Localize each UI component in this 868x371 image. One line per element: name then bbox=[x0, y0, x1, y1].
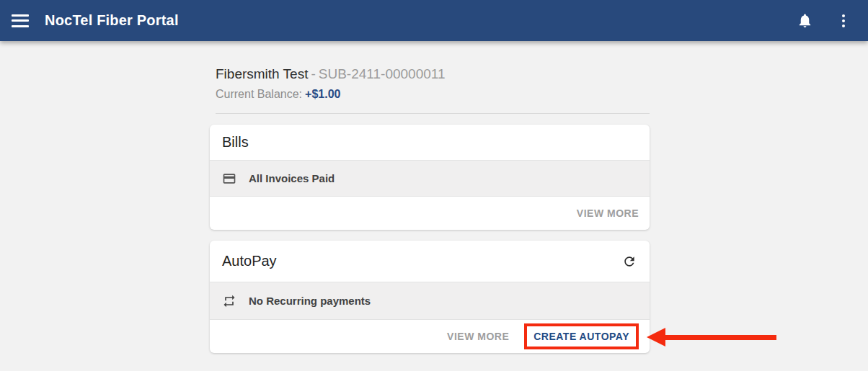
subscription-id: SUB-2411-00000011 bbox=[319, 66, 446, 81]
autopay-status-row: No Recurring payments bbox=[210, 282, 650, 320]
main-content: Fibersmith Test-SUB-2411-00000011 Curren… bbox=[210, 66, 650, 353]
bills-card: Bills All Invoices Paid VIEW MORE bbox=[210, 125, 650, 230]
create-autopay-button[interactable]: CREATE AUTOPAY bbox=[533, 331, 629, 342]
bills-card-footer: VIEW MORE bbox=[210, 197, 650, 230]
notifications-button[interactable] bbox=[797, 12, 813, 29]
balance-label: Current Balance: bbox=[216, 88, 302, 100]
account-name: Fibersmith Test bbox=[216, 66, 308, 81]
arrow-line bbox=[664, 335, 776, 340]
autopay-refresh-button[interactable] bbox=[622, 254, 637, 269]
repeat-icon bbox=[222, 294, 236, 308]
bills-card-title: Bills bbox=[222, 134, 249, 151]
autopay-card: AutoPay No Recurring payments VIEW MORE … bbox=[210, 241, 650, 353]
bills-status-text: All Invoices Paid bbox=[249, 172, 335, 184]
menu-button[interactable] bbox=[12, 14, 29, 27]
annotation-arrow bbox=[647, 328, 777, 347]
app-title: NocTel Fiber Portal bbox=[45, 12, 179, 29]
bills-view-more-button[interactable]: VIEW MORE bbox=[577, 207, 639, 219]
account-heading: Fibersmith Test-SUB-2411-00000011 Curren… bbox=[210, 66, 650, 114]
balance-value: +$1.00 bbox=[305, 88, 340, 100]
app-bar: NocTel Fiber Portal bbox=[0, 0, 868, 41]
current-balance: Current Balance:+$1.00 bbox=[216, 88, 650, 101]
arrow-head-icon bbox=[647, 328, 665, 347]
section-divider bbox=[216, 113, 650, 114]
overflow-menu-button[interactable] bbox=[838, 14, 849, 27]
annotation-highlight-box: CREATE AUTOPAY bbox=[524, 323, 639, 349]
autopay-card-footer: VIEW MORE CREATE AUTOPAY bbox=[210, 320, 650, 353]
app-bar-actions bbox=[797, 12, 856, 29]
autopay-card-title: AutoPay bbox=[222, 253, 277, 269]
autopay-card-header: AutoPay bbox=[210, 241, 650, 282]
bills-card-header: Bills bbox=[210, 125, 650, 160]
refresh-icon bbox=[622, 254, 637, 269]
bell-icon bbox=[797, 12, 813, 29]
title-separator: - bbox=[311, 66, 315, 81]
autopay-view-more-button[interactable]: VIEW MORE bbox=[447, 331, 509, 342]
credit-card-icon bbox=[222, 171, 236, 186]
bills-status-row: All Invoices Paid bbox=[210, 160, 650, 197]
autopay-status-text: No Recurring payments bbox=[249, 295, 371, 307]
page-title: Fibersmith Test-SUB-2411-00000011 bbox=[216, 66, 650, 82]
